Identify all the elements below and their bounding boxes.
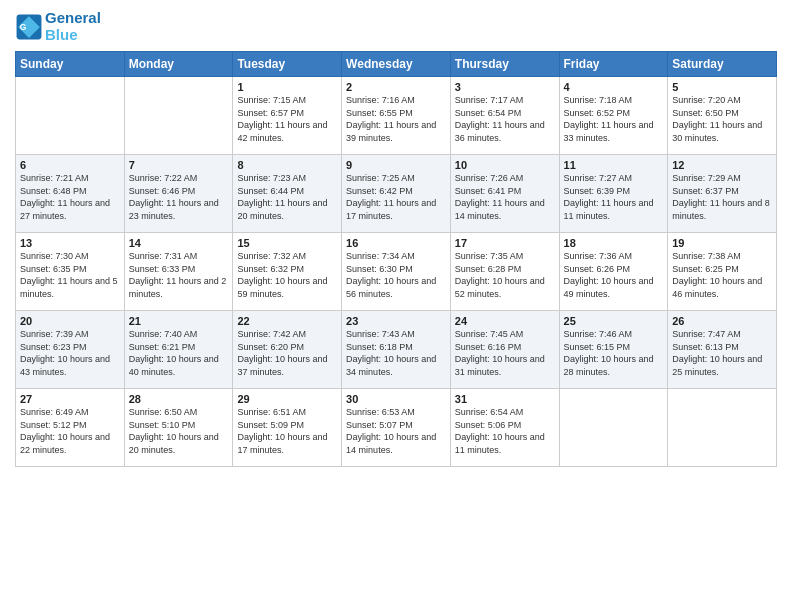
calendar-cell: 7Sunrise: 7:22 AM Sunset: 6:46 PM Daylig… bbox=[124, 155, 233, 233]
calendar-cell: 16Sunrise: 7:34 AM Sunset: 6:30 PM Dayli… bbox=[342, 233, 451, 311]
calendar-cell bbox=[16, 77, 125, 155]
calendar-cell: 31Sunrise: 6:54 AM Sunset: 5:06 PM Dayli… bbox=[450, 389, 559, 467]
logo-text-line1: General bbox=[45, 10, 101, 27]
calendar-week-row: 27Sunrise: 6:49 AM Sunset: 5:12 PM Dayli… bbox=[16, 389, 777, 467]
calendar-table: SundayMondayTuesdayWednesdayThursdayFrid… bbox=[15, 51, 777, 467]
calendar-cell: 4Sunrise: 7:18 AM Sunset: 6:52 PM Daylig… bbox=[559, 77, 668, 155]
day-of-week-header: Tuesday bbox=[233, 52, 342, 77]
day-number: 13 bbox=[20, 237, 120, 249]
calendar-cell: 6Sunrise: 7:21 AM Sunset: 6:48 PM Daylig… bbox=[16, 155, 125, 233]
day-info: Sunrise: 7:40 AM Sunset: 6:21 PM Dayligh… bbox=[129, 328, 229, 378]
day-info: Sunrise: 7:26 AM Sunset: 6:41 PM Dayligh… bbox=[455, 172, 555, 222]
day-number: 4 bbox=[564, 81, 664, 93]
day-of-week-header: Monday bbox=[124, 52, 233, 77]
calendar-cell: 27Sunrise: 6:49 AM Sunset: 5:12 PM Dayli… bbox=[16, 389, 125, 467]
day-info: Sunrise: 6:53 AM Sunset: 5:07 PM Dayligh… bbox=[346, 406, 446, 456]
calendar-cell: 2Sunrise: 7:16 AM Sunset: 6:55 PM Daylig… bbox=[342, 77, 451, 155]
day-number: 14 bbox=[129, 237, 229, 249]
day-of-week-header: Wednesday bbox=[342, 52, 451, 77]
calendar-week-row: 20Sunrise: 7:39 AM Sunset: 6:23 PM Dayli… bbox=[16, 311, 777, 389]
logo: G General Blue bbox=[15, 10, 101, 43]
day-info: Sunrise: 7:47 AM Sunset: 6:13 PM Dayligh… bbox=[672, 328, 772, 378]
calendar-week-row: 13Sunrise: 7:30 AM Sunset: 6:35 PM Dayli… bbox=[16, 233, 777, 311]
calendar-cell: 12Sunrise: 7:29 AM Sunset: 6:37 PM Dayli… bbox=[668, 155, 777, 233]
svg-text:G: G bbox=[20, 22, 27, 32]
day-number: 16 bbox=[346, 237, 446, 249]
calendar-cell: 25Sunrise: 7:46 AM Sunset: 6:15 PM Dayli… bbox=[559, 311, 668, 389]
day-info: Sunrise: 7:15 AM Sunset: 6:57 PM Dayligh… bbox=[237, 94, 337, 144]
calendar-cell: 3Sunrise: 7:17 AM Sunset: 6:54 PM Daylig… bbox=[450, 77, 559, 155]
day-number: 25 bbox=[564, 315, 664, 327]
day-info: Sunrise: 7:22 AM Sunset: 6:46 PM Dayligh… bbox=[129, 172, 229, 222]
day-number: 23 bbox=[346, 315, 446, 327]
day-number: 28 bbox=[129, 393, 229, 405]
calendar-cell: 11Sunrise: 7:27 AM Sunset: 6:39 PM Dayli… bbox=[559, 155, 668, 233]
day-info: Sunrise: 7:23 AM Sunset: 6:44 PM Dayligh… bbox=[237, 172, 337, 222]
day-info: Sunrise: 7:18 AM Sunset: 6:52 PM Dayligh… bbox=[564, 94, 664, 144]
day-number: 6 bbox=[20, 159, 120, 171]
day-info: Sunrise: 7:21 AM Sunset: 6:48 PM Dayligh… bbox=[20, 172, 120, 222]
logo-icon: G bbox=[15, 13, 43, 41]
calendar-cell: 10Sunrise: 7:26 AM Sunset: 6:41 PM Dayli… bbox=[450, 155, 559, 233]
logo-text-line2: Blue bbox=[45, 27, 101, 44]
calendar-cell: 13Sunrise: 7:30 AM Sunset: 6:35 PM Dayli… bbox=[16, 233, 125, 311]
calendar-cell: 29Sunrise: 6:51 AM Sunset: 5:09 PM Dayli… bbox=[233, 389, 342, 467]
day-number: 2 bbox=[346, 81, 446, 93]
calendar-cell: 21Sunrise: 7:40 AM Sunset: 6:21 PM Dayli… bbox=[124, 311, 233, 389]
day-number: 24 bbox=[455, 315, 555, 327]
calendar-cell: 20Sunrise: 7:39 AM Sunset: 6:23 PM Dayli… bbox=[16, 311, 125, 389]
calendar-cell: 28Sunrise: 6:50 AM Sunset: 5:10 PM Dayli… bbox=[124, 389, 233, 467]
day-of-week-header: Sunday bbox=[16, 52, 125, 77]
calendar-cell: 23Sunrise: 7:43 AM Sunset: 6:18 PM Dayli… bbox=[342, 311, 451, 389]
day-number: 11 bbox=[564, 159, 664, 171]
day-info: Sunrise: 7:38 AM Sunset: 6:25 PM Dayligh… bbox=[672, 250, 772, 300]
day-number: 18 bbox=[564, 237, 664, 249]
calendar-cell: 14Sunrise: 7:31 AM Sunset: 6:33 PM Dayli… bbox=[124, 233, 233, 311]
day-info: Sunrise: 6:51 AM Sunset: 5:09 PM Dayligh… bbox=[237, 406, 337, 456]
day-info: Sunrise: 7:35 AM Sunset: 6:28 PM Dayligh… bbox=[455, 250, 555, 300]
day-info: Sunrise: 7:46 AM Sunset: 6:15 PM Dayligh… bbox=[564, 328, 664, 378]
day-info: Sunrise: 7:42 AM Sunset: 6:20 PM Dayligh… bbox=[237, 328, 337, 378]
day-number: 29 bbox=[237, 393, 337, 405]
day-number: 22 bbox=[237, 315, 337, 327]
day-number: 15 bbox=[237, 237, 337, 249]
day-info: Sunrise: 7:36 AM Sunset: 6:26 PM Dayligh… bbox=[564, 250, 664, 300]
calendar-cell: 24Sunrise: 7:45 AM Sunset: 6:16 PM Dayli… bbox=[450, 311, 559, 389]
calendar-cell: 19Sunrise: 7:38 AM Sunset: 6:25 PM Dayli… bbox=[668, 233, 777, 311]
day-of-week-header: Thursday bbox=[450, 52, 559, 77]
day-number: 7 bbox=[129, 159, 229, 171]
day-number: 27 bbox=[20, 393, 120, 405]
calendar-cell bbox=[559, 389, 668, 467]
day-info: Sunrise: 7:45 AM Sunset: 6:16 PM Dayligh… bbox=[455, 328, 555, 378]
calendar-cell: 15Sunrise: 7:32 AM Sunset: 6:32 PM Dayli… bbox=[233, 233, 342, 311]
day-number: 20 bbox=[20, 315, 120, 327]
day-info: Sunrise: 7:32 AM Sunset: 6:32 PM Dayligh… bbox=[237, 250, 337, 300]
calendar-cell: 18Sunrise: 7:36 AM Sunset: 6:26 PM Dayli… bbox=[559, 233, 668, 311]
calendar-cell bbox=[124, 77, 233, 155]
day-number: 30 bbox=[346, 393, 446, 405]
day-info: Sunrise: 6:54 AM Sunset: 5:06 PM Dayligh… bbox=[455, 406, 555, 456]
day-info: Sunrise: 7:16 AM Sunset: 6:55 PM Dayligh… bbox=[346, 94, 446, 144]
day-info: Sunrise: 6:49 AM Sunset: 5:12 PM Dayligh… bbox=[20, 406, 120, 456]
day-of-week-header: Friday bbox=[559, 52, 668, 77]
calendar-cell: 17Sunrise: 7:35 AM Sunset: 6:28 PM Dayli… bbox=[450, 233, 559, 311]
calendar-page: G General Blue SundayMondayTuesdayWednes… bbox=[0, 0, 792, 612]
day-number: 9 bbox=[346, 159, 446, 171]
day-number: 19 bbox=[672, 237, 772, 249]
day-info: Sunrise: 7:20 AM Sunset: 6:50 PM Dayligh… bbox=[672, 94, 772, 144]
day-info: Sunrise: 7:27 AM Sunset: 6:39 PM Dayligh… bbox=[564, 172, 664, 222]
day-number: 26 bbox=[672, 315, 772, 327]
day-info: Sunrise: 7:29 AM Sunset: 6:37 PM Dayligh… bbox=[672, 172, 772, 222]
calendar-cell: 9Sunrise: 7:25 AM Sunset: 6:42 PM Daylig… bbox=[342, 155, 451, 233]
day-info: Sunrise: 7:34 AM Sunset: 6:30 PM Dayligh… bbox=[346, 250, 446, 300]
day-number: 10 bbox=[455, 159, 555, 171]
day-info: Sunrise: 7:39 AM Sunset: 6:23 PM Dayligh… bbox=[20, 328, 120, 378]
calendar-cell: 8Sunrise: 7:23 AM Sunset: 6:44 PM Daylig… bbox=[233, 155, 342, 233]
day-info: Sunrise: 7:43 AM Sunset: 6:18 PM Dayligh… bbox=[346, 328, 446, 378]
calendar-cell: 30Sunrise: 6:53 AM Sunset: 5:07 PM Dayli… bbox=[342, 389, 451, 467]
day-number: 1 bbox=[237, 81, 337, 93]
calendar-cell: 26Sunrise: 7:47 AM Sunset: 6:13 PM Dayli… bbox=[668, 311, 777, 389]
day-info: Sunrise: 7:30 AM Sunset: 6:35 PM Dayligh… bbox=[20, 250, 120, 300]
day-info: Sunrise: 6:50 AM Sunset: 5:10 PM Dayligh… bbox=[129, 406, 229, 456]
day-info: Sunrise: 7:31 AM Sunset: 6:33 PM Dayligh… bbox=[129, 250, 229, 300]
